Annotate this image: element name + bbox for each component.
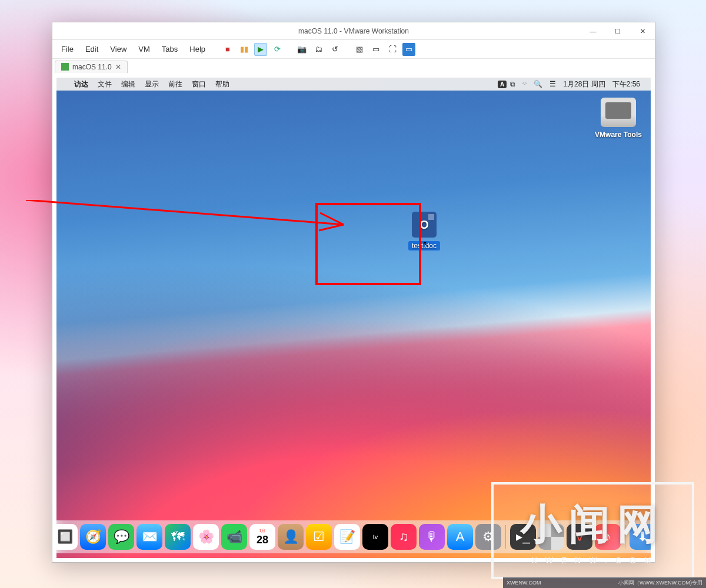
vm-tab-icon [61,63,69,71]
dock-maps[interactable]: 🗺 [165,524,191,550]
menubar-date[interactable]: 1月28日 周四 [563,79,605,89]
mac-menu-app[interactable]: 访达 [69,79,93,89]
vmware-menubar: File Edit View VM Tabs Help ■ ▮▮ ▶ ⟳ 📷 🗂… [52,40,655,59]
menu-tabs[interactable]: Tabs [158,42,182,56]
control-center-icon[interactable]: ☰ [550,80,556,88]
power-off-icon[interactable]: ■ [221,43,234,56]
dock-tv[interactable]: tv [362,524,388,550]
thumbnail-icon[interactable]: ▧ [353,43,366,56]
watermark: 小闻网 X W E N W . C O M [491,482,694,579]
cursor-icon: ↖ [422,239,429,249]
play-icon[interactable]: ▶ [254,43,267,56]
dock-safari[interactable]: 🧭 [80,524,106,550]
menu-edit[interactable]: Edit [81,42,102,56]
menu-file[interactable]: File [57,42,78,56]
menu-help[interactable]: Help [185,42,209,56]
dock-calendar[interactable]: 1月 28 [249,524,275,550]
mac-menu-edit[interactable]: 编辑 [116,79,140,89]
vmware-tools-label: VMware Tools [592,131,645,139]
macos-menubar: 访达 文件 编辑 显示 前往 窗口 帮助 A ⧉ ⌔ 🔍 ☰ 1月28日 周四 … [56,78,651,91]
dock-music[interactable]: ♫ [391,524,417,550]
dock-messages[interactable]: 💬 [108,524,134,550]
vm-tab-bar: macOS 11.0 ✕ [52,59,655,74]
mac-menu-file[interactable]: 文件 [93,79,116,89]
vm-tab[interactable]: macOS 11.0 ✕ [55,61,128,73]
window-title: macOS 11.0 - VMware Workstation [298,27,409,35]
fullscreen-icon[interactable]: ⛶ [386,43,399,56]
watermark-cn: 小闻网 [521,497,665,552]
dock-contacts[interactable]: 👤 [278,524,304,550]
dock-mail[interactable]: ✉️ [136,524,162,550]
disk-icon [601,98,636,127]
watermark-en: X W E N W . C O M [532,556,654,565]
mac-menu-help[interactable]: 帮助 [211,79,234,89]
vm-tab-label: macOS 11.0 [72,63,112,71]
mac-menu-window[interactable]: 窗口 [187,79,211,89]
mac-menu-go[interactable]: 前往 [164,79,187,89]
dock-photos[interactable]: 🌸 [193,524,219,550]
vmware-window: macOS 11.0 - VMware Workstation — ☐ ✕ Fi… [52,22,655,563]
window-titlebar[interactable]: macOS 11.0 - VMware Workstation — ☐ ✕ [52,22,655,40]
snapshot-icon[interactable]: 📷 [295,43,308,56]
spotlight-icon[interactable]: 🔍 [534,80,542,88]
dock-appstore[interactable]: A [447,524,473,550]
minimize-button[interactable]: — [581,22,605,40]
console-icon[interactable]: ▭ [369,43,382,56]
dock-notes[interactable]: 📝 [334,524,360,550]
dock-reminders[interactable]: ☑ [306,524,332,550]
mac-menu-view[interactable]: 显示 [140,79,164,89]
watermark-footer: XWENW.COM 小闻网（WWW.XWENW.COM)专用 [503,577,706,588]
revert-icon[interactable]: ↺ [328,43,341,56]
word-doc-icon: O [412,212,437,238]
dock-launchpad[interactable]: 🔲 [56,524,78,550]
pause-icon[interactable]: ▮▮ [238,43,251,56]
desktop-icon-vmware-tools[interactable]: VMware Tools [592,98,645,139]
menubar-time[interactable]: 下午2:56 [612,79,640,89]
input-method-badge[interactable]: A [498,81,507,88]
snapshot-manager-icon[interactable]: 🗂 [312,43,325,56]
dock-podcasts[interactable]: 🎙 [419,524,445,550]
menu-view[interactable]: View [106,42,131,56]
unity-icon[interactable]: ▭ [402,43,415,56]
dock-facetime[interactable]: 📹 [221,524,247,550]
menu-vm[interactable]: VM [134,42,154,56]
restart-icon[interactable]: ⟳ [271,43,284,56]
maximize-button[interactable]: ☐ [605,22,630,40]
close-button[interactable]: ✕ [630,22,655,40]
wifi-icon[interactable]: ⌔ [522,80,527,88]
display-mirror-icon[interactable]: ⧉ [510,80,515,88]
vm-tab-close-icon[interactable]: ✕ [115,63,121,71]
